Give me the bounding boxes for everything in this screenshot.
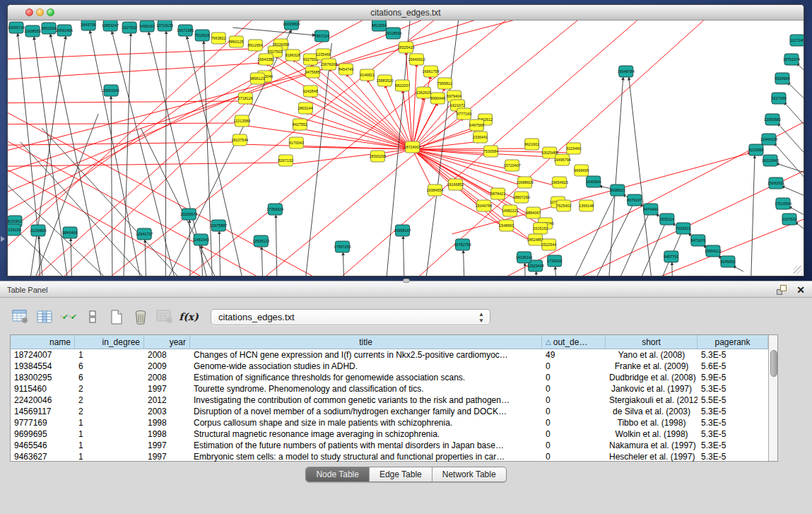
tab-node-table[interactable]: Node Table bbox=[306, 467, 370, 481]
row-height-icon[interactable] bbox=[82, 306, 103, 327]
graph-node[interactable]: 1117246 bbox=[790, 35, 804, 46]
graph-node[interactable]: 15720407 bbox=[504, 160, 521, 171]
graph-node[interactable]: 9652304 bbox=[42, 23, 57, 34]
table-row[interactable]: 2242004622012Investigating the contribut… bbox=[11, 395, 768, 406]
zoom-traffic-light-icon[interactable] bbox=[47, 8, 54, 16]
graph-node[interactable]: 9840466 bbox=[63, 227, 78, 238]
graph-node[interactable]: 12444138 bbox=[760, 134, 777, 145]
graph-node[interactable]: 8860125 bbox=[229, 36, 244, 47]
graph-node[interactable]: 1640954 bbox=[586, 176, 601, 187]
graph-node[interactable]: 15883520 bbox=[376, 75, 393, 86]
tab-edge-table[interactable]: Edge Table bbox=[370, 467, 433, 481]
graph-node[interactable]: 19166852 bbox=[447, 179, 464, 190]
graph-node[interactable]: 19218506 bbox=[384, 28, 401, 39]
float-panel-icon[interactable] bbox=[777, 285, 787, 295]
graph-node[interactable]: 9245652 bbox=[720, 256, 735, 267]
graph-node[interactable]: 8938923 bbox=[610, 185, 625, 196]
graph-node[interactable]: 7632621 bbox=[676, 223, 690, 234]
graph-node[interactable]: 7857224 bbox=[314, 30, 329, 42]
graph-node[interactable]: 20206576 bbox=[180, 209, 197, 220]
graph-node[interactable]: 12505123 bbox=[252, 235, 269, 247]
resize-grip[interactable] bbox=[794, 266, 802, 274]
graph-node[interactable]: 12942737 bbox=[136, 228, 153, 240]
graph-node[interactable]: 16671385 bbox=[177, 25, 194, 36]
graph-node[interactable]: 16782759 bbox=[454, 239, 471, 250]
graph-node[interactable]: 6679197 bbox=[627, 194, 642, 206]
graph-node[interactable]: 10688609 bbox=[517, 177, 534, 188]
graph-node[interactable]: 9457791 bbox=[664, 251, 678, 262]
destroy-table-icon[interactable] bbox=[154, 306, 175, 327]
table-row[interactable]: 1872400712008Changes of HCN gene express… bbox=[11, 349, 768, 361]
table-selector-dropdown[interactable]: citations_edges.txt ▲▼ bbox=[211, 309, 490, 325]
graph-node[interactable]: 5878421 bbox=[490, 188, 505, 199]
graph-node[interactable]: 11451543 bbox=[192, 234, 209, 245]
table-row[interactable]: 1830029562008Estimation of significance … bbox=[11, 372, 768, 383]
graph-node[interactable]: 2718126 bbox=[238, 93, 253, 104]
graph-node[interactable]: 7625402 bbox=[556, 200, 571, 211]
graph-node[interactable]: 15751074 bbox=[783, 54, 800, 65]
graph-node[interactable]: 16033809 bbox=[283, 21, 300, 30]
network-window-titlebar[interactable]: citations_edges.txt bbox=[8, 5, 804, 21]
graph-node[interactable]: 1527602 bbox=[122, 22, 137, 33]
graph-node[interactable]: 1615152 bbox=[533, 223, 548, 234]
graph-node[interactable]: 16961758 bbox=[423, 66, 440, 77]
graph-node[interactable]: 1167533 bbox=[782, 214, 797, 225]
graph-node[interactable]: 19654923 bbox=[551, 177, 568, 188]
graph-node[interactable]: 8990448 bbox=[430, 93, 445, 104]
graph-node[interactable]: 9699695 bbox=[574, 165, 589, 176]
scrollbar-thumb[interactable] bbox=[770, 350, 777, 377]
graph-node[interactable]: 15692931 bbox=[767, 177, 784, 189]
graph-node[interactable]: 14136141 bbox=[516, 252, 533, 263]
graph-node[interactable]: 6466160 bbox=[140, 21, 155, 32]
column-header-title[interactable]: title bbox=[190, 335, 542, 349]
graph-node[interactable]: 9139159 bbox=[8, 224, 21, 235]
graph-node[interactable]: 9884067 bbox=[526, 207, 541, 218]
column-header-in_degree[interactable]: in_degree bbox=[75, 335, 144, 349]
table-row[interactable]: 1456911722003Disruption of a novel membe… bbox=[11, 406, 768, 417]
graph-node[interactable]: 1362615 bbox=[416, 87, 431, 98]
graph-node[interactable]: 16210643 bbox=[762, 155, 779, 166]
network-canvas[interactable]: 1905572411608553965230420691406264373610… bbox=[8, 21, 804, 276]
delete-rows-icon[interactable] bbox=[130, 306, 151, 327]
show-columns-icon[interactable] bbox=[34, 306, 55, 327]
table-row[interactable]: 977716911998Corpus callosum shape and si… bbox=[11, 417, 768, 428]
graph-node[interactable]: 10654112 bbox=[705, 245, 722, 257]
graph-node[interactable]: 2935114 bbox=[660, 214, 675, 225]
graph-node[interactable]: 9896123 bbox=[250, 73, 265, 84]
graph-node[interactable]: 14982221 bbox=[502, 205, 519, 216]
graph-node[interactable]: 17359924 bbox=[266, 204, 283, 215]
splitter-handle[interactable] bbox=[403, 279, 410, 283]
graph-node[interactable]: 18724007 bbox=[404, 141, 421, 153]
graph-node[interactable]: 12213589 bbox=[233, 115, 250, 127]
table-row[interactable]: 969969511998Structural magnetic resonanc… bbox=[11, 428, 768, 440]
minimize-traffic-light-icon[interactable] bbox=[36, 8, 44, 16]
graph-node[interactable]: 20691406 bbox=[56, 25, 73, 36]
close-panel-icon[interactable]: ✕ bbox=[796, 285, 805, 295]
graph-node[interactable]: 7955812 bbox=[437, 78, 452, 89]
network-view-window[interactable]: citations_edges.txt 19055724116085539652… bbox=[7, 4, 804, 276]
graph-node[interactable]: 17957253 bbox=[334, 241, 351, 252]
table-row[interactable]: 946362711997Embryonic stem cells: a mode… bbox=[11, 451, 768, 462]
graph-node[interactable]: 8267130 bbox=[278, 155, 293, 166]
graph-node[interactable]: 18107544 bbox=[231, 134, 248, 146]
graph-node[interactable]: 19055724 bbox=[8, 22, 25, 33]
new-table-icon[interactable] bbox=[106, 306, 127, 327]
graph-node[interactable]: 7515526 bbox=[195, 30, 210, 41]
column-header-pagerank[interactable]: pagerank bbox=[698, 335, 768, 349]
graph-node[interactable]: 8471676 bbox=[690, 235, 705, 246]
column-header-out_de[interactable]: △out_de… bbox=[542, 335, 606, 349]
graph-node[interactable]: 9329966 bbox=[775, 73, 789, 84]
graph-node[interactable]: 23676008 bbox=[320, 59, 337, 70]
function-builder-icon[interactable]: f(x) bbox=[178, 306, 199, 327]
graph-node[interactable]: 2643736 bbox=[81, 21, 96, 30]
graph-node[interactable]: 8454749 bbox=[339, 64, 353, 75]
graph-node[interactable]: 8186328 bbox=[286, 49, 300, 61]
graph-node[interactable]: 6497568 bbox=[469, 119, 484, 131]
graph-node[interactable]: 9115460 bbox=[566, 143, 581, 154]
graph-node[interactable]: 2336441 bbox=[473, 132, 488, 143]
graph-node[interactable]: 16958167 bbox=[394, 225, 411, 236]
graph-node[interactable]: 1548993 bbox=[499, 220, 514, 231]
graph-node[interactable]: 11608553 bbox=[24, 25, 41, 37]
graph-node[interactable]: 9146821 bbox=[360, 69, 375, 81]
graph-node[interactable]: 17016504 bbox=[775, 198, 792, 209]
